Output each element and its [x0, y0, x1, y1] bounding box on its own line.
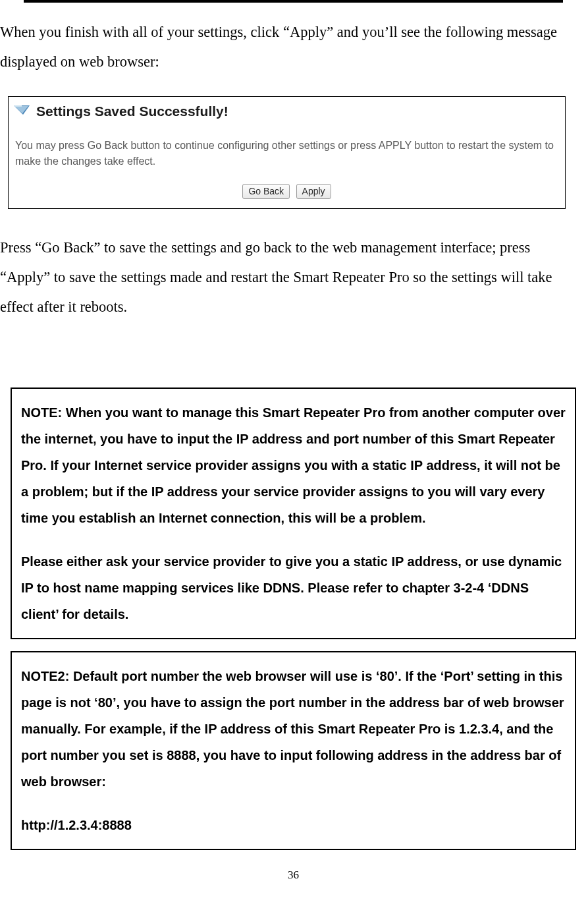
note2-paragraph-1: NOTE2: Default port number the web brows… [21, 663, 566, 795]
settings-saved-subtext: You may press Go Back button to continue… [11, 126, 562, 177]
go-back-button[interactable]: Go Back [242, 184, 290, 199]
intro-paragraph: When you finish with all of your setting… [0, 17, 584, 76]
note2-example-url: http://1.2.3.4:8888 [21, 812, 566, 838]
settings-saved-button-row: Go Back Apply [11, 177, 562, 202]
note-box-2: NOTE2: Default port number the web brows… [11, 651, 576, 850]
settings-saved-header: Settings Saved Successfully! [11, 100, 562, 126]
settings-saved-title: Settings Saved Successfully! [36, 103, 228, 119]
note1-paragraph-2: Please either ask your service provider … [21, 548, 566, 627]
top-horizontal-rule [24, 0, 563, 3]
page-number: 36 [0, 869, 587, 882]
note1-paragraph-1: NOTE: When you want to manage this Smart… [21, 399, 566, 531]
arrow-icon [14, 105, 31, 117]
outro-paragraph: Press “Go Back” to save the settings and… [0, 233, 584, 322]
note-box-1: NOTE: When you want to manage this Smart… [11, 387, 576, 639]
settings-saved-screenshot: Settings Saved Successfully! You may pre… [8, 96, 566, 209]
apply-button[interactable]: Apply [296, 184, 331, 199]
